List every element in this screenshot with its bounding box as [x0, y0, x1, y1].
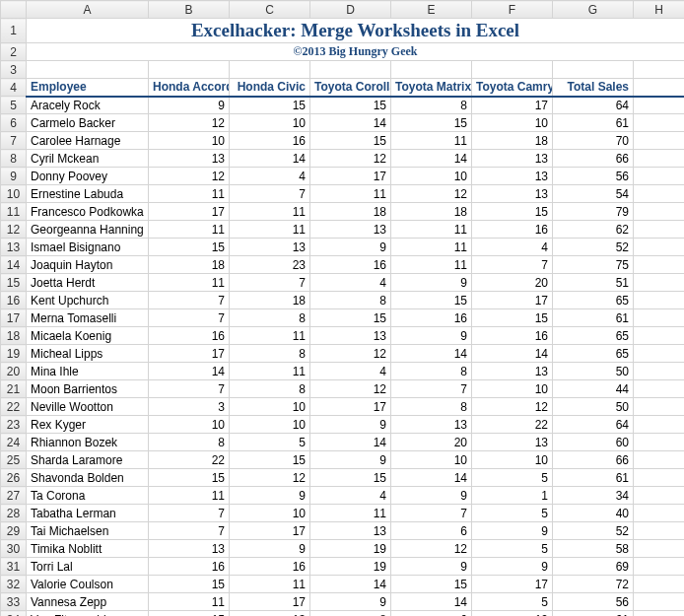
data-cell[interactable]: 15	[310, 469, 391, 487]
data-cell[interactable]: 13	[391, 416, 472, 434]
empty-cell[interactable]	[634, 611, 685, 617]
empty-cell[interactable]	[634, 114, 685, 132]
employee-name[interactable]: Vannesa Zepp	[27, 593, 149, 611]
data-cell[interactable]: 18	[391, 203, 472, 221]
data-cell[interactable]: 17	[149, 345, 230, 363]
data-cell[interactable]: 15	[230, 451, 310, 469]
empty-cell[interactable]	[634, 221, 685, 239]
data-cell[interactable]: 9	[149, 97, 230, 114]
data-cell[interactable]: 5	[472, 593, 553, 611]
data-cell[interactable]: 17	[310, 168, 391, 185]
header-col[interactable]: Honda Accord	[149, 79, 230, 97]
employee-name[interactable]: Aracely Rock	[27, 97, 149, 114]
employee-name[interactable]: Torri Lal	[27, 558, 149, 576]
data-cell[interactable]: 40	[553, 505, 634, 522]
data-cell[interactable]: 15	[310, 97, 391, 114]
data-cell[interactable]: 9	[310, 451, 391, 469]
data-cell[interactable]: 62	[553, 221, 634, 239]
data-cell[interactable]: 61	[553, 114, 634, 132]
data-cell[interactable]: 7	[472, 256, 553, 274]
data-cell[interactable]: 20	[391, 434, 472, 451]
data-cell[interactable]: 11	[149, 185, 230, 203]
row-header[interactable]: 2	[1, 43, 27, 61]
employee-name[interactable]: Georgeanna Hanning	[27, 221, 149, 239]
row-header[interactable]: 5	[1, 97, 27, 114]
empty-cell[interactable]	[27, 61, 149, 79]
data-cell[interactable]: 13	[310, 327, 391, 345]
data-cell[interactable]: 10	[149, 132, 230, 150]
data-cell[interactable]: 50	[553, 363, 634, 380]
data-cell[interactable]: 11	[230, 221, 310, 239]
data-cell[interactable]: 16	[391, 309, 472, 327]
header-col[interactable]: Toyota Matrix	[391, 79, 472, 97]
data-cell[interactable]: 16	[472, 327, 553, 345]
empty-cell[interactable]	[634, 239, 685, 256]
data-cell[interactable]: 4	[230, 168, 310, 185]
data-cell[interactable]: 8	[230, 309, 310, 327]
row-header[interactable]: 15	[1, 274, 27, 292]
data-cell[interactable]: 15	[391, 292, 472, 309]
data-cell[interactable]: 13	[472, 434, 553, 451]
row-header[interactable]: 3	[1, 61, 27, 79]
data-cell[interactable]: 56	[553, 168, 634, 185]
empty-cell[interactable]	[634, 256, 685, 274]
empty-cell[interactable]	[634, 150, 685, 168]
sheet-title[interactable]: Excelhacker: Merge Worksheets in Excel	[27, 19, 685, 43]
col-header[interactable]: E	[391, 1, 472, 19]
empty-cell[interactable]	[634, 292, 685, 309]
employee-name[interactable]: Joetta Herdt	[27, 274, 149, 292]
data-cell[interactable]: 17	[310, 398, 391, 416]
empty-cell[interactable]	[634, 451, 685, 469]
row-header[interactable]: 18	[1, 327, 27, 345]
data-cell[interactable]: 15	[149, 469, 230, 487]
employee-name[interactable]: Shavonda Bolden	[27, 469, 149, 487]
data-cell[interactable]: 18	[149, 256, 230, 274]
data-cell[interactable]: 79	[553, 203, 634, 221]
data-cell[interactable]: 10	[472, 114, 553, 132]
data-cell[interactable]: 9	[310, 593, 391, 611]
data-cell[interactable]: 10	[230, 114, 310, 132]
select-all-corner[interactable]	[1, 1, 27, 19]
data-cell[interactable]: 17	[149, 203, 230, 221]
empty-cell[interactable]	[634, 380, 685, 398]
data-cell[interactable]: 22	[149, 451, 230, 469]
col-header[interactable]: G	[553, 1, 634, 19]
data-cell[interactable]: 9	[472, 522, 553, 540]
data-cell[interactable]: 10	[230, 416, 310, 434]
data-cell[interactable]: 14	[391, 593, 472, 611]
row-header[interactable]: 34	[1, 611, 27, 617]
col-header[interactable]: F	[472, 1, 553, 19]
data-cell[interactable]: 13	[310, 522, 391, 540]
data-cell[interactable]: 11	[230, 576, 310, 593]
data-cell[interactable]: 56	[553, 593, 634, 611]
row-header[interactable]: 30	[1, 540, 27, 558]
empty-cell[interactable]	[391, 61, 472, 79]
employee-name[interactable]: Donny Poovey	[27, 168, 149, 185]
data-cell[interactable]: 17	[230, 593, 310, 611]
data-cell[interactable]: 10	[149, 416, 230, 434]
data-cell[interactable]: 13	[149, 540, 230, 558]
empty-cell[interactable]	[634, 540, 685, 558]
data-cell[interactable]: 14	[149, 363, 230, 380]
data-cell[interactable]: 6	[391, 611, 472, 617]
data-cell[interactable]: 14	[310, 434, 391, 451]
data-cell[interactable]: 14	[310, 576, 391, 593]
row-header[interactable]: 27	[1, 487, 27, 505]
data-cell[interactable]: 8	[230, 380, 310, 398]
empty-cell[interactable]	[634, 203, 685, 221]
data-cell[interactable]: 15	[472, 309, 553, 327]
data-cell[interactable]: 14	[391, 150, 472, 168]
data-cell[interactable]: 7	[149, 292, 230, 309]
row-header[interactable]: 26	[1, 469, 27, 487]
data-cell[interactable]: 13	[149, 150, 230, 168]
row-header[interactable]: 9	[1, 168, 27, 185]
row-header[interactable]: 13	[1, 239, 27, 256]
data-cell[interactable]: 12	[310, 345, 391, 363]
data-cell[interactable]: 19	[472, 611, 553, 617]
data-cell[interactable]: 8	[149, 434, 230, 451]
employee-name[interactable]: Rex Kyger	[27, 416, 149, 434]
data-cell[interactable]: 14	[310, 114, 391, 132]
header-col[interactable]: Honda Civic	[230, 79, 310, 97]
data-cell[interactable]: 64	[553, 416, 634, 434]
data-cell[interactable]: 66	[553, 150, 634, 168]
